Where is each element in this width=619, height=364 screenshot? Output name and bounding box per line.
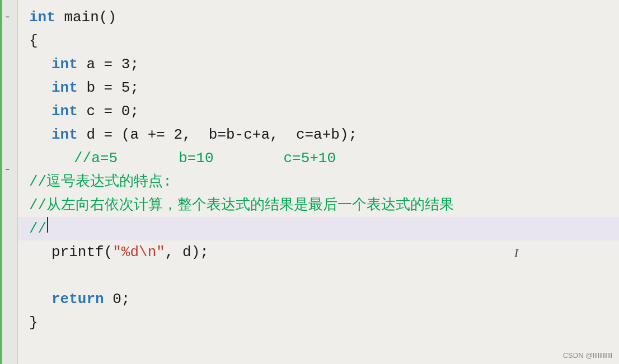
line-empty — [29, 264, 608, 287]
brace-open: { — [29, 29, 38, 53]
watermark-text: CSDN @llllllllllll — [563, 351, 612, 360]
keyword-int-b: int — [51, 76, 78, 100]
comment1: //逗号表达式的特点: — [29, 170, 172, 193]
line-int-c: int c = 0; — [29, 100, 608, 123]
green-bar — [0, 0, 2, 364]
line-comment3[interactable]: // — [18, 217, 619, 240]
var-c: c = 0; — [78, 100, 139, 123]
keyword-int-c: int — [51, 100, 78, 123]
empty-space — [29, 264, 38, 287]
collapse-top-icon: − — [5, 13, 9, 21]
line-int-d: int d = (a += 2, b=b-c+a, c=a+b); — [29, 123, 608, 146]
comment-values: //a=5 b=10 c=5+10 — [74, 146, 336, 170]
line-int-b: int b = 5; — [29, 76, 608, 100]
keyword-int-main: int — [29, 6, 55, 29]
keyword-return: return — [51, 287, 104, 311]
collapse-middle-icon: − — [5, 166, 9, 174]
main-signature: main() — [55, 6, 116, 29]
i-beam-cursor: I — [514, 246, 518, 261]
var-a: a = 3; — [78, 53, 139, 76]
brace-close: } — [29, 311, 38, 334]
return-value: 0; — [104, 287, 130, 311]
line-main: int main() — [29, 6, 608, 29]
keyword-int-d: int — [51, 123, 78, 146]
printf-format-string: "%d\n" — [112, 240, 165, 264]
keyword-int-a: int — [51, 53, 78, 76]
comment2: //从左向右依次计算，整个表达式的结果是最后一个表达式的结果 — [29, 193, 454, 217]
comment3-slash: // — [29, 217, 46, 240]
var-d: d = (a += 2, b=b-c+a, c=a+b); — [78, 123, 357, 146]
watermark: CSDN @llllllllllll — [563, 351, 612, 360]
line-printf: printf("%d\n", d); — [29, 240, 608, 264]
line-comment-values: //a=5 b=10 c=5+10 — [29, 146, 608, 170]
printf-prefix: printf( — [51, 240, 112, 264]
line-comment2: //从左向右依次计算，整个表达式的结果是最后一个表达式的结果 — [29, 193, 608, 217]
printf-suffix: , d); — [165, 240, 209, 264]
line-comment1: //逗号表达式的特点: — [29, 170, 608, 193]
line-brace-close: } — [29, 311, 608, 334]
code-area: int main() { int a = 3; int b = 5; int c… — [18, 0, 619, 364]
left-gutter: − − — [0, 0, 18, 364]
text-cursor — [47, 217, 48, 233]
editor-container: − − int main() { int a = 3; int b = 5; i… — [0, 0, 619, 364]
line-return: return 0; — [29, 287, 608, 311]
collapse-middle-button[interactable]: − — [2, 165, 12, 175]
collapse-top-button[interactable]: − — [2, 12, 12, 22]
line-int-a: int a = 3; — [29, 53, 608, 76]
var-b: b = 5; — [78, 76, 139, 100]
line-brace-open: { — [29, 29, 608, 53]
